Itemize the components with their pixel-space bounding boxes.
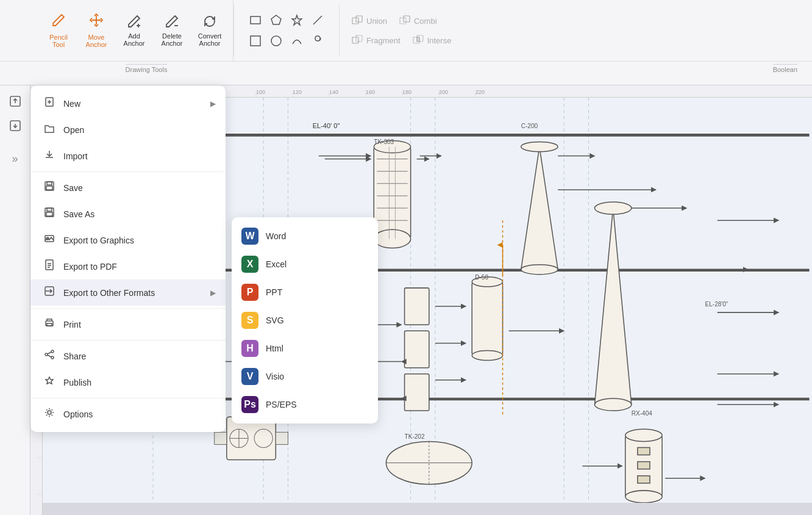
- svg-rect-124: [405, 331, 429, 367]
- menu-divider-1: [30, 171, 226, 172]
- upload-icon[interactable]: [4, 90, 26, 112]
- svg-point-95: [521, 265, 558, 275]
- menu-label-export-other: Export to Other Formats: [63, 288, 155, 298]
- left-sidebar: »: [0, 85, 30, 515]
- menu-label-share: Share: [63, 351, 86, 361]
- convert-anchor-btn[interactable]: Convert Anchor: [191, 10, 228, 51]
- svg-rect-143: [215, 432, 227, 444]
- menu-item-publish[interactable]: Publish: [30, 369, 226, 395]
- export-graphics-icon: [43, 233, 56, 247]
- menu-label-new: New: [63, 99, 80, 109]
- submenu-item-visio[interactable]: V Visio: [232, 362, 378, 391]
- svg-point-136: [594, 202, 631, 214]
- combine-icon: [399, 15, 410, 26]
- svg-point-179: [51, 356, 54, 359]
- circle-shape-btn[interactable]: [267, 32, 285, 50]
- svg-line-182: [48, 355, 51, 357]
- svg-point-94: [521, 142, 558, 151]
- menu-item-new[interactable]: New ▶: [30, 90, 226, 117]
- spiral-shape-btn[interactable]: [308, 32, 327, 50]
- fragment-btn[interactable]: Fragment: [347, 32, 405, 48]
- move-anchor-btn[interactable]: Move Anchor: [78, 9, 115, 52]
- line-shape-btn[interactable]: [308, 11, 327, 29]
- svg-rect-125: [405, 374, 429, 411]
- menu-item-save[interactable]: Save: [30, 175, 226, 201]
- svg-rect-144: [276, 432, 288, 444]
- menu-item-open[interactable]: Open: [30, 117, 226, 143]
- convert-anchor-icon: [202, 14, 217, 30]
- collapse-icon[interactable]: »: [4, 148, 26, 170]
- pencil-tool-btn[interactable]: Pencil Tool: [40, 9, 77, 52]
- menu-label-save-as: Save As: [63, 209, 94, 219]
- submenu-item-word[interactable]: W Word: [232, 222, 378, 250]
- menu-item-export-pdf[interactable]: Export to PDF: [30, 253, 226, 279]
- submenu-item-html[interactable]: H Html: [232, 334, 378, 362]
- open-icon: [43, 123, 56, 137]
- svg-rect-3: [251, 16, 260, 24]
- download-icon[interactable]: [4, 115, 26, 137]
- svg-rect-13: [352, 37, 358, 43]
- menu-label-publish: Publish: [63, 378, 91, 387]
- svg-point-152: [625, 491, 662, 503]
- delete-anchor-btn[interactable]: Delete Anchor: [154, 10, 190, 51]
- menu-item-options[interactable]: Options: [30, 401, 226, 427]
- submenu-label-word: Word: [266, 231, 286, 241]
- menu-item-import[interactable]: Import: [30, 143, 226, 169]
- move-anchor-icon: [89, 13, 104, 31]
- menu-label-export-graphics: Export to Graphics: [63, 236, 134, 245]
- delete-anchor-icon: [165, 14, 179, 30]
- submenu-label-excel: Excel: [266, 259, 287, 269]
- svg-text:200: 200: [439, 89, 448, 95]
- submenu-label-svg: SVG: [266, 315, 284, 325]
- rect-shape-btn[interactable]: [246, 11, 265, 29]
- svg-point-83: [374, 229, 410, 248]
- export-other-submenu: W Word X Excel P PPT S SVG H Html V Visi…: [232, 217, 378, 423]
- intersect-btn[interactable]: Interse: [408, 32, 457, 48]
- svg-rect-11: [400, 18, 406, 24]
- svg-text:C-200: C-200: [521, 123, 538, 129]
- svg-text:D-50: D-50: [475, 274, 488, 281]
- menu-item-share[interactable]: Share: [30, 343, 226, 369]
- menu-item-export-other[interactable]: Export to Other Formats ▶: [30, 279, 226, 306]
- submenu-item-ppt[interactable]: P PPT: [232, 278, 378, 306]
- menu-item-export-graphics[interactable]: Export to Graphics: [30, 227, 226, 253]
- svg-point-183: [48, 411, 51, 414]
- svg-rect-155: [638, 476, 650, 483]
- svg-point-8: [271, 36, 281, 46]
- html-icon: H: [241, 340, 258, 357]
- square-shape-btn[interactable]: [246, 32, 265, 50]
- add-anchor-btn[interactable]: Add Anchor: [116, 10, 152, 51]
- menu-item-save-as[interactable]: + Save As: [30, 201, 226, 227]
- export-other-icon: [43, 286, 56, 300]
- menu-label-open: Open: [63, 125, 84, 135]
- svg-rect-7: [251, 36, 260, 46]
- submenu-item-svg[interactable]: S SVG: [232, 306, 378, 334]
- svg-rect-154: [638, 462, 650, 469]
- arrow-icon-export-other: ▶: [210, 289, 216, 297]
- svg-text:100: 100: [256, 89, 265, 95]
- svg-text:TK-303: TK-303: [374, 139, 394, 145]
- svg-line-6: [313, 16, 322, 24]
- submenu-item-pseps[interactable]: Ps PS/EPS: [232, 391, 378, 419]
- menu-label-print: Print: [63, 320, 81, 330]
- menu-item-print[interactable]: Print: [30, 311, 226, 337]
- menu-divider-4: [30, 398, 226, 398]
- svg-point-151: [625, 429, 662, 441]
- star-shape-btn[interactable]: [288, 11, 306, 29]
- new-icon: [43, 96, 56, 110]
- svg-text:160: 160: [366, 89, 375, 95]
- submenu-item-excel[interactable]: X Excel: [232, 250, 378, 278]
- file-menu: New ▶ Open Import Save: [30, 85, 226, 432]
- arrow-icon-new: ▶: [210, 99, 216, 108]
- intersect-icon: [413, 35, 424, 46]
- arc-shape-btn[interactable]: [288, 32, 306, 50]
- svg-point-109: [472, 350, 502, 360]
- submenu-label-visio: Visio: [266, 372, 284, 381]
- menu-label-export-pdf: Export to PDF: [63, 262, 117, 272]
- union-btn[interactable]: Union: [347, 13, 392, 29]
- submenu-label-pseps: PS/EPS: [266, 400, 297, 409]
- combine-btn[interactable]: Combi: [394, 13, 442, 29]
- pentagon-shape-btn[interactable]: [267, 11, 285, 29]
- svg-rect-14: [356, 35, 362, 41]
- svg-text:120: 120: [293, 89, 302, 95]
